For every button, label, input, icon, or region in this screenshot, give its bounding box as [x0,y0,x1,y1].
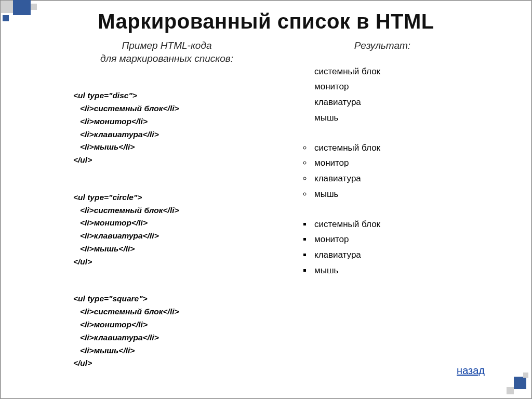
code-line: <li>мышь</li> [73,142,135,151]
code-line: </ul> [73,257,92,266]
code-line: <ul type="square"> [73,294,148,303]
result-list-disc: системный блок монитор клавиатура мышь [297,64,468,126]
list-item: клавиатура [312,95,468,110]
corner-decoration [3,15,9,21]
result-list-circle: системный блок монитор клавиатура мышь [297,140,468,202]
code-line: <li>мышь</li> [73,346,135,355]
corner-decoration [13,0,31,15]
code-line: <li>системный блок</li> [73,104,179,113]
list-item: монитор [312,79,468,95]
code-line: <ul type="circle"> [73,193,142,202]
list-item: мышь [312,110,468,126]
code-line: <li>мышь</li> [73,244,135,253]
result-column: Результат: системный блок монитор клавиа… [297,39,468,381]
code-line: <li>клавиатура</li> [73,231,159,240]
slide: Маркированный список в HTML Пример HTML-… [0,0,532,399]
slide-title: Маркированный список в HTML [21,10,511,33]
list-item: системный блок [312,64,468,79]
code-line: <li>клавиатура</li> [73,130,159,139]
code-line: <li>монитор</li> [73,117,148,126]
back-link[interactable]: назад [457,365,485,377]
result-list-square: системный блок монитор клавиатура мышь [297,217,468,278]
result-heading: Результат: [297,39,468,52]
result-block: системный блок монитор клавиатура мышь с… [297,64,468,278]
corner-decoration [523,373,528,378]
list-item: мышь [312,187,468,202]
code-line: </ul> [73,358,92,367]
corner-decoration [1,1,13,13]
code-line: <li>клавиатура</li> [73,333,159,342]
code-block-circle: <ul type="circle"> <li>системный блок</l… [73,178,260,269]
list-item: мышь [312,263,468,278]
code-block-square: <ul type="square"> <li>системный блок</l… [73,280,260,370]
code-line: <li>монитор</li> [73,218,148,227]
code-line: </ul> [73,155,92,164]
code-line: <ul type="disc"> [73,91,137,100]
code-line: <li>системный блок</li> [73,206,179,215]
code-heading: Пример HTML-кода для маркированных списк… [73,39,260,65]
code-block-disc: <ul type="disc"> <li>системный блок</li>… [73,76,260,167]
corner-decoration [514,377,526,389]
list-item: системный блок [312,140,468,156]
corner-decoration [507,387,514,394]
code-line: <li>монитор</li> [73,320,148,329]
list-item: системный блок [312,217,468,232]
code-line: <li>системный блок</li> [73,307,179,316]
content-columns: Пример HTML-кода для маркированных списк… [21,39,511,381]
corner-decoration [31,4,37,10]
list-item: клавиатура [312,171,468,187]
list-item: монитор [312,155,468,171]
list-item: клавиатура [312,247,468,263]
list-item: монитор [312,232,468,247]
code-column: Пример HTML-кода для маркированных списк… [73,39,260,381]
